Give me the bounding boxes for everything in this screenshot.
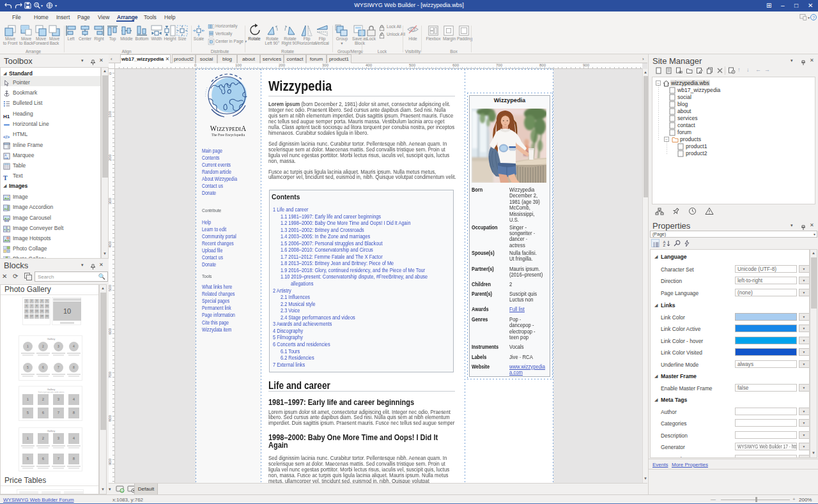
svg-text:Z: Z [663, 243, 666, 247]
